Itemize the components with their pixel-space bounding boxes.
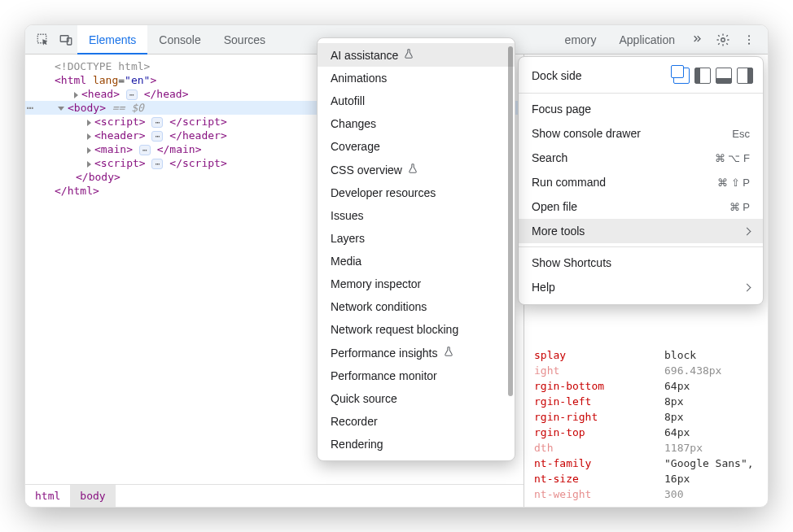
submenu-item[interactable]: Recorder <box>318 410 515 433</box>
menu-search[interactable]: Search⌘ ⌥ F <box>519 146 763 170</box>
submenu-label: Developer resources <box>331 186 436 199</box>
html-tag: html <box>61 74 86 86</box>
submenu-item[interactable]: Animations <box>318 67 515 89</box>
dock-left-icon[interactable] <box>694 68 711 84</box>
submenu-item[interactable]: Coverage <box>318 135 515 158</box>
submenu-item[interactable]: Changes <box>318 112 515 135</box>
chevron-right-icon <box>743 227 751 235</box>
submenu-item[interactable]: Autofill <box>318 89 515 112</box>
submenu-item[interactable]: AI assistance <box>318 43 515 67</box>
menu-more-tools[interactable]: More tools <box>519 219 763 243</box>
expand-icon[interactable] <box>87 133 91 140</box>
computed-property[interactable]: nt-size16px <box>534 471 768 486</box>
kebab-icon[interactable] <box>738 29 760 50</box>
devtools-window: Elements Console Sources emory Applicati… <box>24 24 769 508</box>
expand-icon[interactable] <box>87 120 91 126</box>
dock-right-icon[interactable] <box>737 68 753 84</box>
doctype: <!DOCTYPE html> <box>55 60 150 72</box>
dock-side-row: Dock side <box>519 62 763 89</box>
submenu-item[interactable]: Network conditions <box>318 295 515 318</box>
computed-property[interactable]: nt-weight300 <box>534 486 768 502</box>
ellipsis-icon[interactable]: ⋯ <box>139 145 151 155</box>
breadcrumb-body[interactable]: body <box>70 485 115 507</box>
submenu-item[interactable]: Performance insights <box>318 341 515 364</box>
submenu-label: Rendering <box>331 438 383 451</box>
computed-property[interactable]: nt-family"Google Sans", <box>534 456 768 471</box>
flask-icon <box>398 48 414 62</box>
ellipsis-icon[interactable]: ⋯ <box>126 89 138 100</box>
device-toggle-icon[interactable] <box>55 28 77 51</box>
more-tabs-icon[interactable] <box>686 29 708 50</box>
tab-elements[interactable]: Elements <box>77 25 147 55</box>
svg-point-3 <box>721 37 725 41</box>
breadcrumb: html body <box>25 484 524 507</box>
computed-property[interactable]: ight696.438px <box>534 363 768 378</box>
scrollbar[interactable] <box>508 46 513 396</box>
actions-icon[interactable]: ⋯ <box>27 102 34 114</box>
menu-shortcuts[interactable]: Show Shortcuts <box>519 251 763 275</box>
expand-icon[interactable] <box>87 161 91 168</box>
computed-property[interactable]: rgin-bottom64px <box>534 378 768 394</box>
computed-property[interactable]: splayblock <box>534 347 768 363</box>
submenu-label: Memory inspector <box>331 277 421 290</box>
menu-help[interactable]: Help <box>519 275 763 299</box>
ellipsis-icon[interactable]: ⋯ <box>151 131 163 142</box>
submenu-label: Autofill <box>331 94 365 107</box>
dock-bottom-icon[interactable] <box>716 68 732 84</box>
flask-icon <box>438 346 454 360</box>
more-tools-submenu: AI assistanceAnimationsAutofillChangesCo… <box>317 37 515 461</box>
computed-property[interactable]: rgin-right8px <box>534 409 768 425</box>
submenu-label: Performance monitor <box>331 369 437 382</box>
selected-indicator: == $0 <box>112 102 144 114</box>
menu-focus-page[interactable]: Focus page <box>519 97 763 121</box>
submenu-item[interactable]: Quick source <box>318 387 515 410</box>
svg-point-6 <box>748 42 750 44</box>
computed-property[interactable]: rgin-left8px <box>534 394 768 409</box>
submenu-item[interactable]: Issues <box>318 204 515 227</box>
submenu-item[interactable]: Developer resources <box>318 181 515 204</box>
submenu-label: Recorder <box>331 415 378 428</box>
menu-run-command[interactable]: Run command⌘ ⇧ P <box>519 170 763 194</box>
submenu-label: Quick source <box>331 392 397 405</box>
submenu-label: Media <box>331 255 361 268</box>
svg-point-5 <box>748 38 750 40</box>
submenu-label: AI assistance <box>331 49 398 62</box>
collapse-icon[interactable] <box>58 107 64 111</box>
ellipsis-icon[interactable]: ⋯ <box>151 159 163 169</box>
submenu-item[interactable]: Performance monitor <box>318 364 515 387</box>
submenu-item[interactable]: Layers <box>318 227 515 250</box>
submenu-label: CSS overview <box>331 164 402 177</box>
expand-icon[interactable] <box>87 147 91 154</box>
submenu-label: Changes <box>331 117 376 130</box>
menu-open-file[interactable]: Open file⌘ P <box>519 194 763 219</box>
tab-sources[interactable]: Sources <box>212 25 277 55</box>
submenu-item[interactable]: Memory inspector <box>318 273 515 295</box>
submenu-label: Performance insights <box>331 347 438 360</box>
submenu-label: Layers <box>331 232 365 245</box>
submenu-label: Issues <box>331 209 363 222</box>
computed-property[interactable]: rgin-top64px <box>534 425 768 440</box>
submenu-item[interactable]: Media <box>318 250 515 273</box>
tab-memory[interactable]: emory <box>565 25 608 55</box>
menu-show-console[interactable]: Show console drawerEsc <box>519 121 763 146</box>
submenu-item[interactable]: Rendering <box>318 433 515 456</box>
flask-icon <box>402 163 418 177</box>
submenu-item[interactable]: Network request blocking <box>318 318 515 341</box>
submenu-item[interactable]: CSS overview <box>318 158 515 181</box>
dock-undock-icon[interactable] <box>673 68 690 84</box>
tab-application[interactable]: Application <box>608 25 687 55</box>
expand-icon[interactable] <box>74 92 78 98</box>
submenu-label: Network request blocking <box>331 323 458 336</box>
ellipsis-icon[interactable]: ⋯ <box>151 117 163 128</box>
tab-console[interactable]: Console <box>147 25 212 55</box>
computed-property[interactable]: dth1187px <box>534 440 768 456</box>
breadcrumb-html[interactable]: html <box>25 485 70 507</box>
submenu-label: Coverage <box>331 140 380 153</box>
submenu-label: Animations <box>331 72 387 85</box>
main-context-menu: Dock side Focus page Show console drawer… <box>518 56 764 305</box>
inspect-icon[interactable] <box>32 28 55 51</box>
submenu-label: Network conditions <box>331 300 427 313</box>
settings-icon[interactable] <box>712 29 734 50</box>
chevron-right-icon <box>743 283 751 291</box>
dock-side-label: Dock side <box>532 69 581 82</box>
